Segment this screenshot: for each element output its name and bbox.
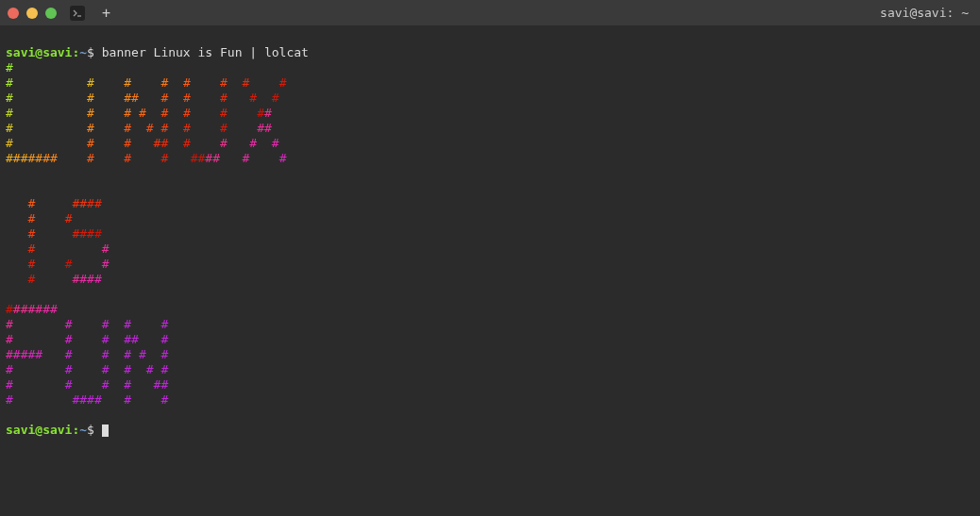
terminal-tab-icon[interactable] (70, 6, 85, 21)
cursor (102, 424, 109, 437)
new-tab-button[interactable]: + (102, 5, 110, 22)
minimize-icon[interactable] (26, 8, 38, 19)
window-title: savi@savi: ~ (880, 6, 972, 20)
close-icon[interactable] (8, 8, 19, 19)
prompt-user: savi@savi (6, 45, 72, 59)
titlebar: + savi@savi: ~ (0, 0, 980, 26)
prompt-path: ~ (79, 45, 87, 59)
prompt-line-1: savi@savi:~$ banner Linux is Fun | lolca… (6, 45, 309, 59)
prompt-line-2: savi@savi:~$ (6, 423, 109, 437)
maximize-icon[interactable] (45, 8, 57, 19)
prompt-dollar: $ (87, 45, 94, 59)
command-text: banner Linux is Fun | lolcat (102, 45, 309, 59)
window-controls (8, 8, 57, 19)
terminal-body[interactable]: savi@savi:~$ banner Linux is Fun | lolca… (0, 26, 980, 516)
command-output: ## # # # # # # ## # ## # # # # ## # # # … (6, 60, 974, 408)
